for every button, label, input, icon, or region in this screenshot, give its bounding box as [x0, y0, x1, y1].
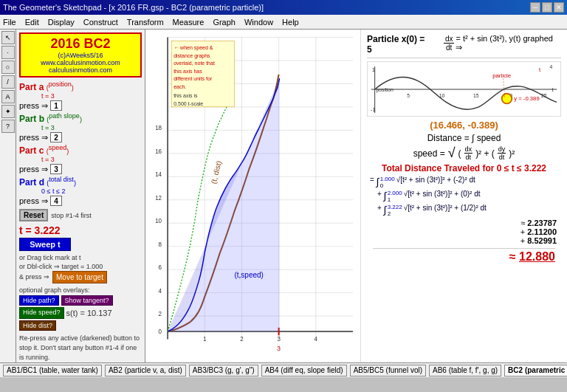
menu-file[interactable]: File — [3, 18, 16, 27]
svg-point-61 — [502, 94, 512, 104]
position-graph-svg: 1 -1 t position 5 10 15 20 25 t 4 — [368, 62, 560, 117]
menu-construct[interactable]: Construct — [83, 18, 118, 27]
status-tab-ab5bc5[interactable]: AB5/BC5 (funnel vol) — [350, 365, 426, 376]
speed-equation: speed = √ ( dx dt )² + ( dy dt )² — [367, 145, 561, 161]
svg-text:this axis has: this axis has — [173, 69, 202, 75]
status-tab-ab6[interactable]: AB6 (table f, f', g, g) — [429, 365, 501, 376]
status-tab-ab4[interactable]: AB4 (diff eq, slope field) — [261, 365, 347, 376]
part-d-button[interactable]: 4 — [50, 196, 62, 206]
svg-text:4: 4 — [550, 64, 553, 69]
svg-text:6: 6 — [159, 264, 162, 271]
dx-dt-formula: dx dt = t² + sin (3t²), y(t) graphed ⇒ — [444, 34, 561, 52]
sweep-button[interactable]: Sweep t — [19, 238, 71, 251]
close-button[interactable]: ✕ — [554, 2, 564, 13]
hide-dist-button[interactable]: Hide dist? — [19, 320, 56, 331]
reset-note: stop #1-4 first — [51, 212, 92, 219]
integral-bounds-3: 3.222 2 — [388, 204, 402, 217]
svg-text:8: 8 — [159, 241, 162, 248]
show-tangent-button[interactable]: Show tangent? — [61, 295, 113, 306]
menu-measure[interactable]: Measure — [173, 18, 205, 27]
part-c-press: press ⇒ 3 — [19, 164, 142, 174]
svg-text:-1: -1 — [371, 106, 376, 113]
tool-line[interactable]: / — [1, 75, 15, 89]
menu-edit[interactable]: Edit — [25, 18, 39, 27]
part-d-press-label: press ⇒ — [19, 196, 48, 206]
status-bar: AB1/BC1 (table, water tank) AB2 (particl… — [0, 362, 567, 377]
window-title: The Geometer's Sketchpad - [x 2016 FR.gs… — [3, 3, 264, 12]
svg-text:4: 4 — [159, 287, 162, 294]
svg-text:12: 12 — [155, 195, 162, 202]
right-panel: Particle x(0) = 5 dx dt = t² + sin (3t²)… — [360, 30, 567, 362]
svg-text:distance graphs: distance graphs — [173, 53, 210, 59]
menu-help[interactable]: Help — [282, 18, 299, 27]
hide-path-button[interactable]: Hide path? — [19, 295, 59, 306]
val3: 8.52991 — [527, 236, 557, 245]
year-label: 2016 BC2 — [23, 36, 138, 52]
final-result: ≈ 12.880 — [373, 248, 555, 264]
part-c-label: Part c (speed) — [19, 144, 142, 156]
val1: 2.23787 — [527, 219, 557, 227]
overlay-row-2: Hide speed? s(t) = 10.137 — [19, 307, 142, 319]
speed-sq: )² + ( — [475, 148, 495, 159]
part-c-press-label: press ⇒ — [19, 165, 48, 174]
overlay-row-1: Hide path? Show tangent? — [19, 295, 142, 306]
tool-text[interactable]: A — [1, 90, 15, 103]
tool-arrow[interactable]: ↖ — [1, 31, 15, 44]
total-dist-header: Total Distance Traveled for 0 ≤ t ≤ 3.22… — [367, 163, 561, 173]
hide-speed-button[interactable]: Hide speed? — [19, 307, 64, 319]
move-to-target-button[interactable]: Move to target — [52, 271, 107, 283]
integral-sign-1: ∫ — [377, 176, 379, 188]
approx-line-1: ≈ 2.23787 — [371, 219, 557, 227]
svg-text:10: 10 — [155, 218, 162, 224]
overlays-label: optional graph overlays: — [19, 286, 142, 294]
svg-text:1: 1 — [372, 66, 375, 73]
drag-note3: & press ⇒ — [19, 273, 49, 282]
menu-transform[interactable]: Transform — [127, 18, 164, 27]
reset-button[interactable]: Reset — [19, 209, 48, 221]
status-tab-ab1bc1[interactable]: AB1/BC1 (table, water tank) — [3, 365, 102, 376]
integral-bounds-1: 1.000 0 — [380, 176, 395, 189]
plus-val3: + 8.52991 — [371, 236, 557, 245]
tool-compass[interactable]: ○ — [1, 61, 15, 74]
tool-custom[interactable]: ✦ — [1, 105, 15, 118]
integral-eq-2: + ∫ 2.000 1 √[t² + sin (3t²)]² + (0)² dt — [377, 190, 558, 203]
graph-canvas: 0 2 4 6 8 10 12 14 16 18 1 2 3 4 3 — [145, 30, 360, 362]
status-tab-bc2[interactable]: BC2 (parametric particle) — [504, 365, 567, 376]
part-d-label: Part d (total dist) — [19, 176, 142, 188]
maximize-button[interactable]: □ — [542, 2, 552, 13]
part-a-label: Part a (position) — [19, 80, 142, 92]
title-bar: The Geometer's Sketchpad - [x 2016 FR.gs… — [0, 0, 567, 15]
window-controls[interactable]: ─ □ ✕ — [530, 2, 564, 13]
svg-text:4: 4 — [315, 335, 318, 342]
integral-sign-3: ∫ — [384, 204, 387, 216]
status-tab-ab2[interactable]: AB2 (particle v, a, dist) — [105, 365, 186, 376]
menu-graph[interactable]: Graph — [213, 18, 236, 27]
status-tab-ab3bc3[interactable]: AB3/BC3 (g, g', g") — [189, 365, 258, 376]
particle-label: Particle x(0) = 5 — [367, 34, 432, 55]
svg-text:(t,speed): (t,speed) — [234, 270, 264, 278]
part-d-item: Part d (total dist) 0 ≤ t ≤ 2 press ⇒ 4 — [19, 176, 142, 206]
menu-display[interactable]: Display — [48, 18, 75, 27]
dx-dt-section: dx dt = t² + sin (3t²), y(t) graphed ⇒ — [444, 34, 561, 52]
svg-text:particle: particle — [492, 72, 511, 79]
menu-window[interactable]: Window — [244, 18, 273, 27]
svg-text:2: 2 — [240, 335, 244, 342]
val2: 2.11200 — [527, 227, 557, 236]
part-b-button[interactable]: 2 — [50, 132, 62, 142]
integral-block: = ∫ 1.000 0 √[t² + sin (3t²)]² + (-2)² d… — [370, 176, 558, 217]
part-a-press-label: press ⇒ — [19, 101, 48, 111]
minimize-button[interactable]: ─ — [530, 2, 540, 13]
distance-equation: Distance = ∫ speed — [367, 133, 561, 143]
part-b-press: press ⇒ 2 — [19, 132, 142, 142]
svg-text:5: 5 — [407, 93, 410, 98]
part-c-button[interactable]: 3 — [50, 164, 62, 174]
left-panel: 2016 BC2 (c)AWeeks5/16 www.calculusinmot… — [16, 30, 145, 362]
info-box: 2016 BC2 (c)AWeeks5/16 www.calculusinmot… — [19, 32, 142, 78]
svg-text:15: 15 — [473, 93, 479, 98]
svg-text:different units for: different units for — [173, 76, 213, 82]
tool-point[interactable]: · — [1, 46, 15, 59]
dx-dt-frac: dx dt — [464, 145, 473, 161]
part-a-button[interactable]: 1 — [50, 100, 62, 111]
tool-info[interactable]: ? — [1, 120, 15, 133]
part-a-press: press ⇒ 1 — [19, 100, 142, 111]
